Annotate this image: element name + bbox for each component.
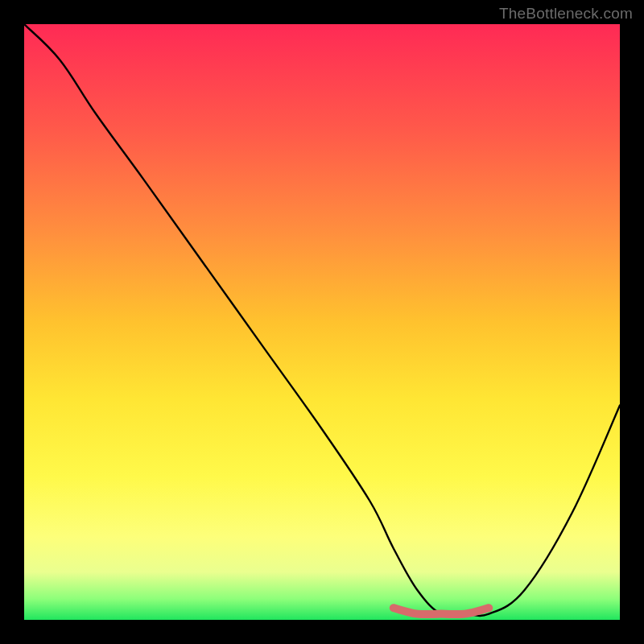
bottleneck-curve-path bbox=[24, 24, 620, 616]
watermark-text: TheBottleneck.com bbox=[499, 5, 633, 23]
chart-svg bbox=[24, 24, 620, 620]
bottleneck-chart bbox=[24, 24, 620, 620]
optimal-range-path bbox=[394, 608, 489, 614]
